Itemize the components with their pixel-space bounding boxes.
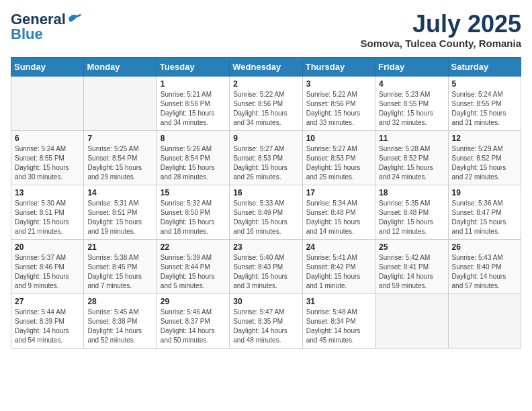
calendar-day-cell: 14Sunrise: 5:31 AM Sunset: 8:51 PM Dayli… xyxy=(84,185,157,239)
calendar-title: July 2025 xyxy=(361,11,522,38)
calendar-day-cell: 5Sunrise: 5:24 AM Sunset: 8:55 PM Daylig… xyxy=(448,76,521,130)
calendar-day-cell: 19Sunrise: 5:36 AM Sunset: 8:47 PM Dayli… xyxy=(448,185,521,239)
day-info: Sunrise: 5:45 AM Sunset: 8:38 PM Dayligh… xyxy=(87,308,152,345)
calendar-location: Somova, Tulcea County, Romania xyxy=(361,38,522,49)
calendar-day-cell: 29Sunrise: 5:46 AM Sunset: 8:37 PM Dayli… xyxy=(157,293,229,348)
calendar-day-cell: 27Sunrise: 5:44 AM Sunset: 8:39 PM Dayli… xyxy=(11,293,84,348)
calendar-header-row: SundayMondayTuesdayWednesdayThursdayFrid… xyxy=(11,57,521,76)
calendar-day-cell: 2Sunrise: 5:22 AM Sunset: 8:56 PM Daylig… xyxy=(230,76,302,130)
day-number: 19 xyxy=(452,188,517,197)
day-info: Sunrise: 5:24 AM Sunset: 8:55 PM Dayligh… xyxy=(15,144,80,182)
calendar-day-cell xyxy=(84,76,157,130)
day-of-week-header: Thursday xyxy=(302,57,375,76)
calendar-day-cell: 4Sunrise: 5:23 AM Sunset: 8:55 PM Daylig… xyxy=(375,76,448,130)
calendar-day-cell: 28Sunrise: 5:45 AM Sunset: 8:38 PM Dayli… xyxy=(84,293,157,348)
day-info: Sunrise: 5:38 AM Sunset: 8:45 PM Dayligh… xyxy=(87,253,152,291)
day-number: 7 xyxy=(87,134,152,143)
calendar-day-cell: 21Sunrise: 5:38 AM Sunset: 8:45 PM Dayli… xyxy=(84,239,157,293)
day-info: Sunrise: 5:32 AM Sunset: 8:50 PM Dayligh… xyxy=(161,199,226,236)
day-number: 3 xyxy=(306,79,371,89)
day-number: 28 xyxy=(87,297,152,306)
calendar-day-cell: 11Sunrise: 5:28 AM Sunset: 8:52 PM Dayli… xyxy=(375,130,448,185)
day-info: Sunrise: 5:41 AM Sunset: 8:42 PM Dayligh… xyxy=(306,253,371,291)
day-info: Sunrise: 5:44 AM Sunset: 8:39 PM Dayligh… xyxy=(15,308,80,345)
day-of-week-header: Monday xyxy=(84,57,157,76)
calendar-day-cell: 20Sunrise: 5:37 AM Sunset: 8:46 PM Dayli… xyxy=(11,239,84,293)
day-number: 27 xyxy=(15,297,80,306)
day-number: 10 xyxy=(306,134,371,143)
day-info: Sunrise: 5:43 AM Sunset: 8:40 PM Dayligh… xyxy=(452,253,517,291)
day-number: 25 xyxy=(379,242,444,252)
calendar-day-cell: 18Sunrise: 5:35 AM Sunset: 8:48 PM Dayli… xyxy=(375,185,448,239)
calendar-day-cell: 15Sunrise: 5:32 AM Sunset: 8:50 PM Dayli… xyxy=(157,185,229,239)
day-info: Sunrise: 5:22 AM Sunset: 8:56 PM Dayligh… xyxy=(233,90,298,128)
calendar-table: SundayMondayTuesdayWednesdayThursdayFrid… xyxy=(11,57,521,349)
day-number: 6 xyxy=(15,134,80,143)
day-number: 22 xyxy=(161,242,226,252)
day-info: Sunrise: 5:27 AM Sunset: 8:53 PM Dayligh… xyxy=(233,144,298,182)
calendar-day-cell xyxy=(448,293,521,348)
day-info: Sunrise: 5:33 AM Sunset: 8:49 PM Dayligh… xyxy=(233,199,298,236)
day-number: 14 xyxy=(87,188,152,197)
day-info: Sunrise: 5:47 AM Sunset: 8:35 PM Dayligh… xyxy=(233,308,298,345)
calendar-day-cell: 22Sunrise: 5:39 AM Sunset: 8:44 PM Dayli… xyxy=(157,239,229,293)
day-info: Sunrise: 5:35 AM Sunset: 8:48 PM Dayligh… xyxy=(379,199,444,236)
page-header: General Blue July 2025 Somova, Tulcea Co… xyxy=(11,11,521,49)
calendar-week-row: 20Sunrise: 5:37 AM Sunset: 8:46 PM Dayli… xyxy=(11,239,521,293)
calendar-day-cell xyxy=(375,293,448,348)
day-number: 24 xyxy=(306,242,371,252)
calendar-day-cell: 10Sunrise: 5:27 AM Sunset: 8:53 PM Dayli… xyxy=(302,130,375,185)
day-number: 17 xyxy=(306,188,371,197)
calendar-day-cell: 31Sunrise: 5:48 AM Sunset: 8:34 PM Dayli… xyxy=(302,293,375,348)
calendar-day-cell: 26Sunrise: 5:43 AM Sunset: 8:40 PM Dayli… xyxy=(448,239,521,293)
day-number: 11 xyxy=(379,134,444,143)
calendar-week-row: 13Sunrise: 5:30 AM Sunset: 8:51 PM Dayli… xyxy=(11,185,521,239)
day-number: 8 xyxy=(161,134,226,143)
day-info: Sunrise: 5:36 AM Sunset: 8:47 PM Dayligh… xyxy=(452,199,517,236)
calendar-day-cell: 3Sunrise: 5:22 AM Sunset: 8:56 PM Daylig… xyxy=(302,76,375,130)
calendar-day-cell: 16Sunrise: 5:33 AM Sunset: 8:49 PM Dayli… xyxy=(230,185,302,239)
day-of-week-header: Friday xyxy=(375,57,448,76)
day-info: Sunrise: 5:48 AM Sunset: 8:34 PM Dayligh… xyxy=(306,308,371,345)
day-number: 12 xyxy=(452,134,517,143)
day-info: Sunrise: 5:25 AM Sunset: 8:54 PM Dayligh… xyxy=(87,144,152,182)
calendar-week-row: 1Sunrise: 5:21 AM Sunset: 8:56 PM Daylig… xyxy=(11,76,521,130)
day-number: 13 xyxy=(15,188,80,197)
calendar-day-cell: 23Sunrise: 5:40 AM Sunset: 8:43 PM Dayli… xyxy=(230,239,302,293)
day-number: 1 xyxy=(161,79,226,89)
day-info: Sunrise: 5:37 AM Sunset: 8:46 PM Dayligh… xyxy=(15,253,80,291)
day-number: 15 xyxy=(161,188,226,197)
day-of-week-header: Saturday xyxy=(448,57,521,76)
day-number: 16 xyxy=(233,188,298,197)
logo-text: General Blue xyxy=(11,11,82,43)
calendar-week-row: 6Sunrise: 5:24 AM Sunset: 8:55 PM Daylig… xyxy=(11,130,521,185)
day-of-week-header: Tuesday xyxy=(157,57,229,76)
day-info: Sunrise: 5:31 AM Sunset: 8:51 PM Dayligh… xyxy=(87,199,152,236)
day-number: 18 xyxy=(379,188,444,197)
calendar-day-cell: 25Sunrise: 5:42 AM Sunset: 8:41 PM Dayli… xyxy=(375,239,448,293)
calendar-day-cell: 9Sunrise: 5:27 AM Sunset: 8:53 PM Daylig… xyxy=(230,130,302,185)
calendar-day-cell: 1Sunrise: 5:21 AM Sunset: 8:56 PM Daylig… xyxy=(157,76,229,130)
calendar-day-cell: 13Sunrise: 5:30 AM Sunset: 8:51 PM Dayli… xyxy=(11,185,84,239)
day-number: 30 xyxy=(233,297,298,306)
day-info: Sunrise: 5:29 AM Sunset: 8:52 PM Dayligh… xyxy=(452,144,517,182)
day-number: 31 xyxy=(306,297,371,306)
day-number: 5 xyxy=(452,79,517,89)
day-info: Sunrise: 5:34 AM Sunset: 8:48 PM Dayligh… xyxy=(306,199,371,236)
day-info: Sunrise: 5:39 AM Sunset: 8:44 PM Dayligh… xyxy=(161,253,226,291)
calendar-day-cell: 12Sunrise: 5:29 AM Sunset: 8:52 PM Dayli… xyxy=(448,130,521,185)
calendar-day-cell: 7Sunrise: 5:25 AM Sunset: 8:54 PM Daylig… xyxy=(84,130,157,185)
day-number: 9 xyxy=(233,134,298,143)
day-info: Sunrise: 5:40 AM Sunset: 8:43 PM Dayligh… xyxy=(233,253,298,291)
day-info: Sunrise: 5:27 AM Sunset: 8:53 PM Dayligh… xyxy=(306,144,371,182)
day-info: Sunrise: 5:24 AM Sunset: 8:55 PM Dayligh… xyxy=(452,90,517,128)
calendar-day-cell: 17Sunrise: 5:34 AM Sunset: 8:48 PM Dayli… xyxy=(302,185,375,239)
day-number: 4 xyxy=(379,79,444,89)
calendar-day-cell: 30Sunrise: 5:47 AM Sunset: 8:35 PM Dayli… xyxy=(230,293,302,348)
calendar-day-cell: 8Sunrise: 5:26 AM Sunset: 8:54 PM Daylig… xyxy=(157,130,229,185)
day-number: 26 xyxy=(452,242,517,252)
logo-bird-icon xyxy=(67,13,82,24)
day-info: Sunrise: 5:21 AM Sunset: 8:56 PM Dayligh… xyxy=(161,90,226,128)
day-info: Sunrise: 5:23 AM Sunset: 8:55 PM Dayligh… xyxy=(379,90,444,128)
day-number: 23 xyxy=(233,242,298,252)
